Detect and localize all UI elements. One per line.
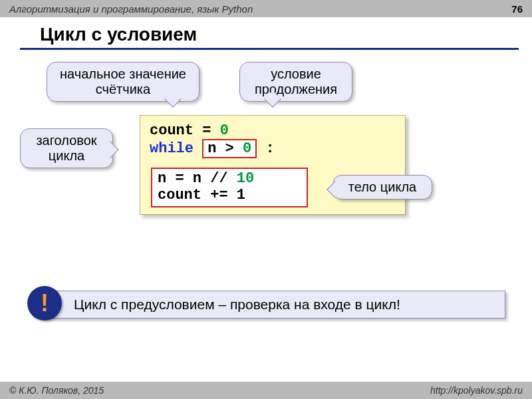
slide-footer: © К.Ю. Поляков, 2015 http://kpolyakov.sp… — [0, 382, 532, 399]
callout-initial-text: начальное значение счётчика — [60, 66, 186, 96]
course-subject: Алгоритмизация и программирование, язык … — [9, 3, 253, 15]
callout-body-text: тело цикла — [348, 180, 416, 194]
callout-tail — [102, 141, 118, 158]
code-text: : — [257, 140, 274, 157]
callout-head-text: заголовок цикла — [36, 133, 96, 163]
page-number: 76 — [511, 3, 523, 15]
code-number: 10 — [237, 170, 254, 187]
code-text: n > — [207, 140, 243, 157]
exclamation-icon: ! — [41, 289, 49, 317]
code-text: count = — [150, 122, 220, 139]
callout-head: заголовок цикла — [20, 128, 113, 168]
loop-body-box: n = n // 10 count += 1 — [151, 168, 308, 207]
callout-condition-text: условие продолжения — [255, 66, 337, 96]
note-text: Цикл с предусловием – проверка на входе … — [74, 297, 400, 312]
copyright: © К.Ю. Поляков, 2015 — [9, 385, 104, 396]
note-box: ! Цикл с предусловием – проверка на вход… — [44, 291, 505, 319]
code-number: 0 — [243, 140, 251, 157]
exclamation-badge: ! — [27, 286, 62, 321]
code-block: count = 0 while n > 0 : n = n // 10 coun… — [140, 115, 406, 215]
condition-box: n > 0 — [202, 139, 257, 158]
code-text: n = n // — [158, 170, 237, 187]
callout-condition: условие продолжения — [239, 62, 352, 102]
code-number: 0 — [220, 122, 229, 139]
code-keyword: while — [150, 140, 202, 157]
code-line-3: n = n // 10 — [158, 170, 301, 187]
code-line-1: count = 0 — [150, 122, 396, 139]
footer-url: http://kpolyakov.spb.ru — [430, 385, 523, 396]
callout-body: тело цикла — [332, 175, 432, 200]
diagram-area: начальное значение счётчика условие прод… — [27, 67, 505, 280]
code-line-2: while n > 0 : — [150, 139, 396, 158]
slide-header: Алгоритмизация и программирование, язык … — [0, 0, 532, 17]
callout-tail — [164, 90, 181, 107]
slide-title: Цикл с условием — [20, 17, 519, 50]
code-line-4: count += 1 — [158, 187, 301, 203]
callout-initial: начальное значение счётчика — [47, 62, 200, 102]
